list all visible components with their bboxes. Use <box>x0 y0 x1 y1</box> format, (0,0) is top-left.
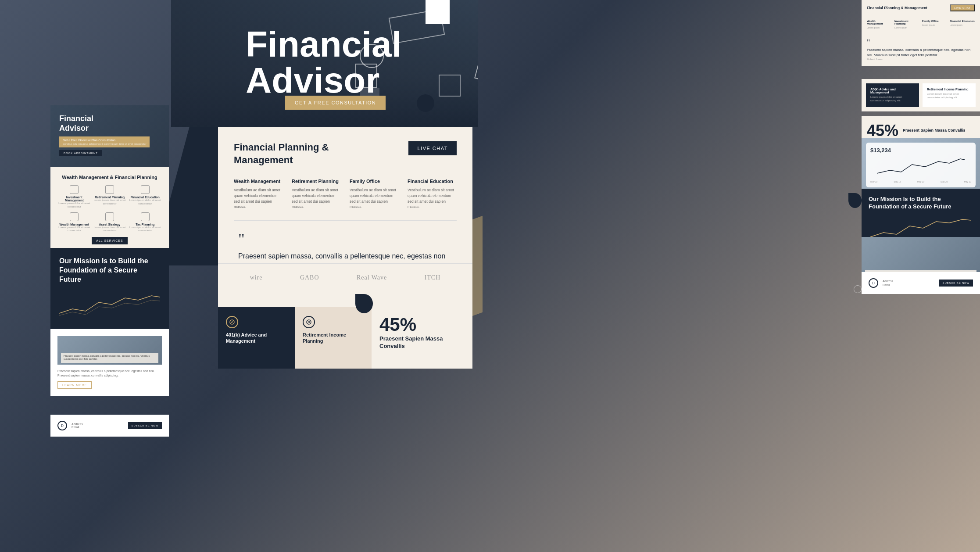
chart-value-right: $13,234 <box>870 147 971 154</box>
service-sm-title-4: Wealth Management <box>58 223 90 226</box>
hero-section: Financial Advisor GET A FREE CONSULTATIO… <box>171 0 478 127</box>
right-small-cards: AD(k) Advice and Management Lorem ipsum … <box>862 79 980 111</box>
service-sm-icon-3 <box>141 185 150 194</box>
live-chat-sm-button[interactable]: LIVE CHAT <box>950 4 975 11</box>
service-retirement-title: Retirement Planning <box>292 179 341 184</box>
right-service-desc-3: Lorem ipsum <box>922 24 947 27</box>
service-education: Financial Education Vestibulum ac diam s… <box>408 179 457 210</box>
service-wealth: Wealth Management Vestibulum ac diam sit… <box>234 179 283 210</box>
right-service-title-3: Family Office <box>922 20 947 22</box>
circle-deco-right <box>854 285 862 293</box>
service-sm-icon-1 <box>70 185 79 194</box>
brand-itch: ITCH <box>425 274 441 281</box>
small-card-retirement: Retirement Income Planning Lorem ipsum d… <box>923 83 976 107</box>
footer-left-section: Praesent sapien massa, convallis a pelle… <box>50 329 169 396</box>
right-quote-text: Praesent sapien massa, convallis a pelle… <box>867 47 975 58</box>
footer-img-caption: Praesent sapien massa, convallis a pelle… <box>64 355 156 361</box>
service-sm-2: Retirement Planning Lorem ipsum dolor si… <box>94 185 126 209</box>
card-401k: 401(k) Advice and Management <box>218 307 295 369</box>
wealth-title-small: Wealth Management & Financial Planning <box>58 175 161 180</box>
right-services-row: Wealth Management Lorem ipsum Investment… <box>862 16 980 33</box>
service-sm-3: Financial Education Lorem ipsum dolor si… <box>129 185 161 209</box>
service-sm-desc-5: Lorem ipsum dolor sit amet consectetur <box>94 226 126 233</box>
card-stats: 45% Praesent Sapien Massa Convallis <box>372 307 472 369</box>
right-footer-logo: D <box>869 278 878 288</box>
right-service-title-4: Financial Education <box>950 20 975 22</box>
401k-icon <box>226 316 238 328</box>
small-card-retirement-desc: Lorem ipsum dolor sit amet consectetur a… <box>927 93 971 100</box>
right-quote-section: " Praesent sapien massa, convallis a pel… <box>862 33 980 66</box>
right-quote-author: Robert Jones <box>867 58 975 61</box>
right-panel: Financial Planning & Management LIVE CHA… <box>862 0 980 66</box>
planning-title: Financial Planning & Management <box>234 141 329 166</box>
chart-overlay: $13,234 May 10 May 15 May 20 May 25 May … <box>866 143 976 187</box>
service-sm-desc-2: Lorem ipsum dolor sit amet consectetur <box>94 199 126 206</box>
right-stats-text: Praesent Sapien Massa Convallis <box>903 128 966 133</box>
service-sm-icon-4 <box>70 212 79 221</box>
right-header: Financial Planning & Management LIVE CHA… <box>862 0 980 16</box>
service-sm-title-2: Retirement Planning <box>94 196 126 199</box>
left-hero-preview: Financial Advisor Get a Free Financial P… <box>50 105 169 167</box>
hero-cta-button[interactable]: GET A FREE CONSULTATION <box>285 96 386 110</box>
dark-blob-right <box>848 193 862 208</box>
service-family-title: Family Office <box>350 179 399 184</box>
right-service-2: Investment Planning Lorem ipsum <box>894 20 919 29</box>
service-sm-desc-3: Lorem ipsum dolor sit amet consectetur <box>129 199 161 206</box>
right-service-title-2: Investment Planning <box>894 20 919 25</box>
service-sm-title-1: Investment Management <box>58 196 90 202</box>
right-big-percent: 45% <box>867 122 898 140</box>
book-appointment-button[interactable]: BOOK APPOINTMENT <box>59 150 102 156</box>
left-preview-title: Financial Advisor <box>59 114 160 133</box>
footer-logo-left: D <box>57 421 67 430</box>
service-sm-title-3: Financial Education <box>129 196 161 199</box>
service-sm-icon-6 <box>141 212 150 221</box>
service-wealth-title: Wealth Management <box>234 179 283 184</box>
services-small-grid: Investment Management Lorem ipsum dolor … <box>58 185 161 233</box>
service-retirement-desc: Vestibulum ac diam sit amet quam vehicul… <box>292 187 341 210</box>
geo-square-outline <box>355 64 377 88</box>
left-preview-card: Financial Advisor Get a Free Financial P… <box>50 105 169 252</box>
subscribe-button-left[interactable]: SUBSCRIBE NOW <box>128 422 162 429</box>
service-sm-title-6: Tax Planning <box>129 223 161 226</box>
service-wealth-desc: Vestibulum ac diam sit amet quam vehicul… <box>234 187 283 210</box>
right-quote-mark: " <box>867 38 975 47</box>
service-sm-1: Investment Management Lorem ipsum dolor … <box>58 185 90 209</box>
right-service-4: Financial Education Lorem ipsum <box>950 20 975 29</box>
service-sm-icon-2 <box>105 185 114 194</box>
all-services-button[interactable]: ALL SERVICES <box>92 237 127 244</box>
mission-chart-left <box>59 289 160 320</box>
live-chat-button[interactable]: LIVE CHAT <box>408 141 457 155</box>
services-grid: Wealth Management Vestibulum ac diam sit… <box>234 179 457 210</box>
right-service-desc-2: Lorem ipsum <box>894 26 919 29</box>
service-sm-desc-4: Lorem ipsum dolor sit amet consectetur <box>58 226 90 233</box>
right-mission-title: Our Mission Is to Build the Foundation o… <box>869 196 973 211</box>
service-sm-desc-1: Lorem ipsum dolor sit amet consectetur <box>58 202 90 209</box>
stat-percent: 45% <box>379 314 465 335</box>
bottom-cards: 401(k) Advice and Management Retirement … <box>218 307 472 369</box>
left-preview-content: Wealth Management & Financial Planning I… <box>50 167 169 252</box>
learn-more-button[interactable]: LEARN MORE <box>57 381 92 389</box>
left-cta-desc: Conditus adu consaetur adipiscing elit L… <box>63 143 146 145</box>
service-sm-4: Wealth Management Lorem ipsum dolor sit … <box>58 212 90 233</box>
svg-point-1 <box>307 320 311 324</box>
brand-wire: wire <box>250 274 263 281</box>
planning-section: Financial Planning & Management LIVE CHA… <box>218 127 472 333</box>
service-sm-desc-6: Lorem ipsum dolor sit amet consectetur <box>129 226 161 233</box>
card-retirement-title: Retirement Income Planning <box>303 332 364 344</box>
enroll-now-button[interactable]: SUBSCRIBE NOW <box>939 280 973 287</box>
right-footer: D Address Email SUBSCRIBE NOW <box>862 272 980 294</box>
service-education-desc: Vestibulum ac diam sit amet quam vehicul… <box>408 187 457 210</box>
small-card-401k: AD(k) Advice and Management Lorem ipsum … <box>866 83 919 107</box>
planning-header: Financial Planning & Management LIVE CHA… <box>234 141 457 166</box>
brand-realwave: Real Wave <box>357 274 387 281</box>
right-service-3: Family Office Lorem ipsum <box>922 20 947 29</box>
service-sm-6: Tax Planning Lorem ipsum dolor sit amet … <box>129 212 161 233</box>
logos-bar: wire GABO Real Wave ITCH <box>218 263 472 292</box>
footer-address-label: Address <box>72 423 124 426</box>
dark-blob-shape <box>355 294 373 313</box>
retirement-icon <box>303 316 315 328</box>
right-service-title-1: Wealth Management <box>867 20 892 25</box>
mission-section-left: Our Mission Is to Build the Foundation o… <box>50 248 169 329</box>
right-service-desc-1: Lorem ipsum <box>867 26 892 29</box>
card-retirement: Retirement Income Planning <box>295 307 372 369</box>
